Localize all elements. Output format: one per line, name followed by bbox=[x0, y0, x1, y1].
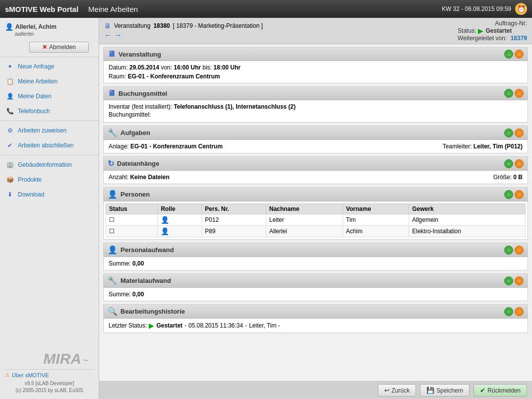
header-datetime: KW 32 - 06.08.2015 09:59 bbox=[442, 5, 511, 12]
sidebar-item-meine-arbeiten[interactable]: 📋 Meine Arbeiten bbox=[0, 74, 99, 89]
teamleiter-value: Leiter, Tim (P012) bbox=[473, 143, 523, 150]
meine-daten-icon: 👤 bbox=[5, 91, 15, 101]
personen-table: Status Rolle Pers. Nr. Nachname Vorname … bbox=[106, 203, 526, 237]
warning-icon: ⚠ bbox=[5, 372, 10, 378]
teamleiter-info: Teamleiter: Leiter, Tim (P012) bbox=[443, 143, 523, 150]
personen-btn-1[interactable]: ○ bbox=[504, 190, 513, 199]
datei-btn-2[interactable]: ○ bbox=[515, 159, 524, 168]
veranstaltung-btn-2[interactable]: ○ bbox=[515, 50, 524, 59]
section-header-material[interactable]: 🔧 Materialaufwand ○ ○ bbox=[104, 274, 528, 288]
buchungsmittel-btn-1[interactable]: ○ bbox=[504, 89, 513, 98]
material-btn-1[interactable]: ○ bbox=[504, 276, 513, 285]
cell-vorname: Achim bbox=[343, 226, 409, 237]
sidebar-item-meine-daten[interactable]: 👤 Meine Daten bbox=[0, 89, 99, 104]
col-status: Status bbox=[106, 204, 158, 214]
personal-controls: ○ ○ bbox=[504, 246, 524, 255]
sidebar-item-arbeiten-zuweisen[interactable]: ⚙ Arbeiten zuweisen bbox=[0, 123, 99, 138]
speichern-icon: 💾 bbox=[426, 387, 434, 394]
download-icon: ⬇ bbox=[5, 190, 15, 200]
cell-status: ☐ bbox=[106, 226, 158, 237]
veranstaltung-icon: 🖥 bbox=[108, 50, 116, 59]
anzahl-value: Keine Dateien bbox=[130, 174, 169, 181]
historie-icon: 🔍 bbox=[108, 307, 118, 316]
cell-rolle: 👤 bbox=[158, 214, 202, 226]
forward-arrow-button[interactable]: → bbox=[114, 31, 122, 40]
veranstaltung-date: Datum: 29.05.2014 von: 16:00 Uhr bis: 18… bbox=[109, 64, 523, 71]
section-header-datei[interactable]: ↻ Dateianhänge ○ ○ bbox=[104, 157, 528, 171]
app-logo: sMOTIVE Web Portal bbox=[5, 5, 78, 13]
aufgaben-controls: ○ ○ bbox=[504, 129, 524, 137]
personen-title: 👤 Personen bbox=[108, 190, 150, 199]
zurueck-button[interactable]: ↩ Zurück bbox=[378, 384, 416, 397]
x-icon: ✕ bbox=[42, 44, 47, 51]
sidebar-item-neue-anfrage[interactable]: ✦ Neue Anfrage bbox=[0, 59, 99, 74]
section-header-buchungsmittel[interactable]: 🖥 Buchungsmittel ○ ○ bbox=[104, 87, 528, 100]
status-value: Gestartet bbox=[485, 27, 512, 34]
historie-separator: - bbox=[184, 322, 186, 329]
sidebar: 👤 Allerlei, Achim aallerlei ✕ Abmelden ✦… bbox=[0, 18, 99, 399]
bottom-bar: ↩ Zurück 💾 Speichern ✔ Rückmelden bbox=[99, 381, 532, 399]
buchungsmittel-btn-2[interactable]: ○ bbox=[515, 89, 524, 98]
speichern-button[interactable]: 💾 Speichern bbox=[420, 384, 470, 397]
back-arrow-button[interactable]: ← bbox=[104, 31, 112, 40]
anzahl-label: Anzahl: bbox=[109, 174, 128, 181]
cell-nachname: Leiter bbox=[266, 214, 343, 226]
content-area: 🖥 Veranstaltung ○ ○ Datum: 29.05.2014 vo… bbox=[99, 44, 532, 381]
letzter-label: Letzter Status: bbox=[109, 322, 147, 329]
section-header-historie[interactable]: 🔍 Bearbeitungshistorie ○ ○ bbox=[104, 305, 528, 319]
datei-info-row: Anzahl: Keine Dateien Größe: 0 B bbox=[109, 174, 523, 181]
anlage-info: Anlage: EG-01 - Konferenzraum Centrum bbox=[109, 143, 223, 150]
event-id: 18380 bbox=[153, 22, 170, 29]
version-info: v9.5 [sLAB Developer] (c) 2005-2015 by s… bbox=[5, 380, 94, 394]
section-header-veranstaltung[interactable]: 🖥 Veranstaltung ○ ○ bbox=[104, 48, 528, 61]
personen-btn-2[interactable]: ○ bbox=[515, 190, 524, 199]
letzter-value: Gestartet bbox=[156, 322, 182, 329]
user-info: 👤 Allerlei, Achim aallerlei bbox=[0, 20, 99, 40]
historie-body: Letzter Status: ▶ Gestartet - 05.08.2015… bbox=[104, 319, 528, 332]
material-btn-2[interactable]: ○ bbox=[515, 276, 524, 285]
sidebar-item-gebaeudeinformation[interactable]: 🏢 Gebäudeinformation bbox=[0, 157, 99, 172]
historie-controls: ○ ○ bbox=[504, 307, 524, 316]
sidebar-item-download[interactable]: ⬇ Download bbox=[0, 187, 99, 202]
user-name: Allerlei, Achim bbox=[15, 23, 57, 30]
personal-btn-2[interactable]: ○ bbox=[515, 246, 524, 255]
material-icon: 🔧 bbox=[108, 276, 118, 285]
historie-btn-1[interactable]: ○ bbox=[504, 307, 513, 316]
logout-button[interactable]: ✕ Abmelden bbox=[29, 42, 89, 53]
section-header-personen[interactable]: 👤 Personen ○ ○ bbox=[104, 188, 528, 201]
rueckmelden-button[interactable]: ✔ Rückmelden bbox=[473, 384, 527, 397]
datei-title: ↻ Dateianhänge bbox=[108, 159, 159, 168]
person-role-icon: 👤 bbox=[161, 227, 169, 235]
datei-btn-1[interactable]: ○ bbox=[504, 159, 513, 168]
clock-icon: ⏰ bbox=[515, 3, 527, 15]
user-icon: 👤 bbox=[5, 23, 13, 31]
veranstaltung-btn-1[interactable]: ○ bbox=[504, 50, 513, 59]
event-info: 🖥 Veranstaltung 18380 [ 18379 - Marketin… bbox=[104, 22, 263, 30]
weitergeleitet-id[interactable]: 18379 bbox=[511, 35, 527, 42]
col-vorname: Vorname bbox=[343, 204, 409, 214]
material-summe-label: Summe: bbox=[109, 291, 131, 298]
sidebar-item-arbeiten-abschliessen[interactable]: ✔ Arbeiten abschließen bbox=[0, 138, 99, 153]
section-header-aufgaben[interactable]: 🔧 Aufgaben ○ ○ bbox=[104, 126, 528, 140]
section-header-personal[interactable]: 👤 Personalaufwand ○ ○ bbox=[104, 243, 528, 257]
weitergeleitet-row: Weitergeleitet von: 18379 bbox=[458, 35, 527, 42]
historie-last-status: Letzter Status: ▶ Gestartet - 05.08.2015… bbox=[109, 322, 523, 330]
historie-btn-2[interactable]: ○ bbox=[515, 307, 524, 316]
zuweisen-icon: ⚙ bbox=[5, 126, 15, 135]
section-personen: 👤 Personen ○ ○ Status bbox=[103, 187, 528, 240]
personal-btn-1[interactable]: ○ bbox=[504, 246, 513, 255]
datei-icon: ↻ bbox=[108, 159, 114, 168]
person-role-icon: 👤 bbox=[161, 216, 169, 224]
aufgaben-anlage-row: Anlage: EG-01 - Konferenzraum Centrum Te… bbox=[109, 143, 523, 150]
about-link[interactable]: ⚠ Über sMOTIVE bbox=[5, 372, 94, 378]
nav-label-produkte: Produkte bbox=[18, 176, 42, 183]
aufgaben-btn-1[interactable]: ○ bbox=[504, 129, 513, 137]
section-aufgaben: 🔧 Aufgaben ○ ○ Anlage: EG-01 - Konferenz… bbox=[103, 126, 528, 153]
col-nachname: Nachname bbox=[266, 204, 343, 214]
sidebar-item-telefonbuch[interactable]: 📞 Telefonbuch bbox=[0, 104, 99, 119]
nav-label-neue-anfrage: Neue Anfrage bbox=[18, 63, 54, 70]
sidebar-item-produkte[interactable]: 📦 Produkte bbox=[0, 172, 99, 187]
order-info: Auftrags-Nr: Status: ▶ Gestartet Weiterg… bbox=[458, 20, 527, 42]
aufgaben-btn-2[interactable]: ○ bbox=[515, 129, 524, 137]
bis-label: bis: bbox=[203, 64, 212, 71]
